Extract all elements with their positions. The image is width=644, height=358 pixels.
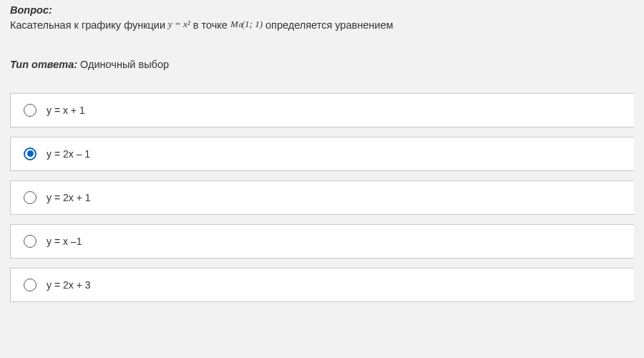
question-label: Вопрос: bbox=[10, 4, 634, 16]
option-text: y = 2x + 1 bbox=[47, 192, 90, 203]
question-part3: определяется уравнением bbox=[263, 19, 393, 31]
formula-point: M₀(1; 1) bbox=[230, 19, 263, 29]
option-5[interactable]: y = 2x + 3 bbox=[10, 268, 634, 302]
question-text: Касательная к графику функции y = x² в т… bbox=[10, 18, 634, 34]
option-4[interactable]: y = x –1 bbox=[10, 224, 634, 258]
option-text: y = x –1 bbox=[47, 236, 82, 247]
answer-type-label: Тип ответа: bbox=[10, 59, 77, 70]
option-text: y = x + 1 bbox=[47, 105, 85, 116]
option-2[interactable]: y = 2x – 1 bbox=[10, 137, 634, 171]
answer-type-value: Одиночный выбор bbox=[80, 59, 169, 70]
options-list: y = x + 1 y = 2x – 1 y = 2x + 1 y = x –1… bbox=[10, 93, 634, 302]
question-part1: Касательная к графику функции bbox=[10, 19, 168, 31]
option-1[interactable]: y = x + 1 bbox=[10, 93, 634, 127]
radio-icon bbox=[24, 235, 36, 248]
radio-icon bbox=[24, 191, 36, 204]
option-text: y = 2x + 3 bbox=[47, 279, 90, 291]
option-3[interactable]: y = 2x + 1 bbox=[10, 180, 634, 215]
answer-type: Тип ответа: Одиночный выбор bbox=[10, 59, 634, 70]
question-part2: в точке bbox=[190, 19, 230, 31]
radio-icon bbox=[24, 279, 36, 291]
formula-function: y = x² bbox=[168, 19, 190, 29]
radio-icon bbox=[24, 104, 36, 117]
option-text: y = 2x – 1 bbox=[47, 148, 90, 160]
radio-icon bbox=[24, 147, 36, 160]
